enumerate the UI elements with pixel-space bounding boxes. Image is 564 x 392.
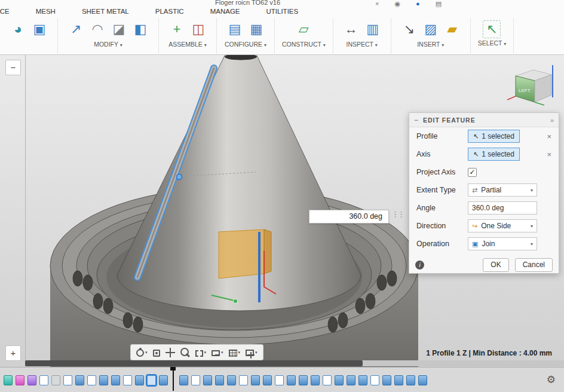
timeline-feature-feature[interactable]: [394, 375, 403, 385]
timeline-feature-feature[interactable]: [159, 375, 168, 385]
toolbar-group-label[interactable]: CONSTRUCT ▾: [282, 41, 326, 48]
revolve-profile[interactable]: [219, 229, 271, 278]
timeline-feature-feature[interactable]: [406, 375, 415, 385]
lookat-button[interactable]: [153, 348, 160, 357]
timeline-feature-feature[interactable]: [179, 375, 188, 385]
timeline-feature-sketch[interactable]: [370, 375, 379, 385]
toolbar-group-label[interactable]: MODIFY ▾: [94, 41, 122, 48]
floating-input-grip-icon[interactable]: ⋮⋮: [391, 210, 403, 219]
timeline-feature-feature[interactable]: [358, 375, 367, 385]
window-button[interactable]: ▾: [195, 348, 207, 357]
profile-selection-button[interactable]: ↖ 1 selected: [468, 130, 520, 143]
menu-tab-utilities[interactable]: UTILITIES: [266, 8, 299, 15]
timeline-feature-feature[interactable]: [135, 375, 144, 385]
new-component-icon[interactable]: +: [168, 19, 186, 39]
toolbar-group-label[interactable]: INSPECT ▾: [347, 41, 378, 48]
operation-dropdown[interactable]: ▣ Join ▾: [468, 237, 537, 250]
view-cube[interactable]: LEFT: [504, 62, 563, 109]
timeline-feature-feature[interactable]: [287, 375, 296, 385]
timeline-feature-feature[interactable]: [299, 375, 308, 385]
timeline-feature-sketch[interactable]: [123, 375, 132, 385]
dialog-more-icon[interactable]: »: [550, 117, 554, 124]
timeline-playhead[interactable]: [173, 369, 174, 391]
gear-icon[interactable]: ⚙: [547, 373, 556, 386]
menu-tab-manage[interactable]: MANAGE: [210, 8, 240, 15]
toolbar-group-label[interactable]: INSERT ▾: [417, 41, 444, 48]
angle-floating-input[interactable]: 360.0 deg: [309, 210, 389, 223]
pan-button[interactable]: [165, 348, 175, 357]
toolbar-group-label[interactable]: CONFIGURE ▾: [225, 41, 266, 48]
timeline-feature-mesh[interactable]: [4, 375, 13, 385]
timeline-feature-sketch[interactable]: [147, 375, 156, 385]
select-icon[interactable]: ↖: [483, 20, 501, 38]
timeline-feature-plane[interactable]: [51, 375, 60, 385]
timeline-scroll-track[interactable]: [25, 360, 564, 366]
joint-icon[interactable]: ◫: [189, 19, 207, 39]
dialog-collapse-icon[interactable]: −: [414, 116, 418, 124]
timeline-feature-sketch[interactable]: [39, 375, 48, 385]
sync-status-icon[interactable]: ●: [416, 0, 420, 8]
timeline-feature-feature[interactable]: [311, 375, 320, 385]
insert-part-icon[interactable]: ▰: [443, 19, 461, 39]
profile-clear-button[interactable]: ×: [547, 132, 551, 141]
section-analysis-icon[interactable]: ▥: [364, 19, 382, 39]
ok-button[interactable]: OK: [483, 258, 508, 272]
orbit-button[interactable]: ▾: [136, 348, 148, 357]
timeline-feature-sketch[interactable]: [239, 375, 248, 385]
direction-dropdown[interactable]: ↪ One Side ▾: [468, 219, 537, 232]
boundary-fill-icon[interactable]: ▣: [30, 19, 48, 39]
timeline-feature-sketch[interactable]: [63, 375, 72, 385]
timeline-feature-feature[interactable]: [382, 375, 391, 385]
combine-icon[interactable]: ◧: [131, 19, 149, 39]
timeline-feature-feature[interactable]: [215, 375, 224, 385]
dialog-header[interactable]: − EDIT FEATURE »: [409, 113, 559, 127]
views-button[interactable]: ▾: [246, 348, 258, 356]
patch-icon[interactable]: ◕: [9, 19, 27, 39]
menu-tab-sheet-metal[interactable]: SHEET METAL: [82, 8, 129, 15]
axis-clear-button[interactable]: ×: [547, 150, 551, 159]
press-pull-icon[interactable]: ↗: [67, 19, 85, 39]
timeline-feature-feature[interactable]: [263, 375, 272, 385]
configure-icon[interactable]: ▤: [226, 19, 244, 39]
timeline-feature-feature[interactable]: [347, 375, 355, 385]
timeline-feature-feature[interactable]: [335, 375, 344, 385]
grid-button[interactable]: ▾: [229, 348, 241, 357]
axis-selection-button[interactable]: ↖ 1 selected: [468, 148, 520, 161]
measure-icon[interactable]: ↔: [342, 19, 360, 39]
zoom-button[interactable]: [180, 348, 190, 357]
browser-collapse-button[interactable]: −: [5, 60, 21, 75]
timeline-feature-sketch[interactable]: [87, 375, 96, 385]
project-axis-checkbox[interactable]: ✓: [468, 168, 477, 177]
timeline-feature-sketch[interactable]: [323, 375, 332, 385]
extent-type-dropdown[interactable]: ⇄ Partial ▾: [468, 183, 537, 197]
chamfer-icon[interactable]: ◪: [110, 19, 128, 39]
timeline-feature-feature[interactable]: [203, 375, 212, 385]
timeline-feature-feature[interactable]: [418, 375, 427, 385]
menu-tab-mesh[interactable]: MESH: [36, 8, 56, 15]
timeline-feature-feature[interactable]: [251, 375, 260, 385]
toolbar-group-label[interactable]: ASSEMBLE ▾: [168, 41, 207, 48]
info-icon[interactable]: i: [415, 261, 424, 270]
timeline-feature-feature[interactable]: [75, 375, 84, 385]
timeline-feature-move[interactable]: [27, 375, 36, 385]
timeline-feature-sketch[interactable]: [191, 375, 200, 385]
timeline-feature-feature[interactable]: [227, 375, 236, 385]
menu-tab-ace[interactable]: ACE: [0, 8, 10, 15]
fillet-icon[interactable]: ◠: [88, 19, 106, 39]
timeline-feature-feature[interactable]: [111, 375, 120, 385]
apps-icon[interactable]: ▤: [436, 0, 442, 8]
timeline-scroll-thumb[interactable]: [25, 360, 363, 366]
browser-expand-button[interactable]: +: [5, 345, 21, 361]
canvas-icon[interactable]: ▨: [422, 19, 440, 39]
cancel-button[interactable]: Cancel: [515, 258, 553, 272]
construct-plane-icon[interactable]: ▱: [295, 19, 312, 39]
timeline-feature-form[interactable]: [16, 375, 24, 385]
timeline-feature-feature[interactable]: [99, 375, 108, 385]
insert-derive-icon[interactable]: ↘: [400, 19, 418, 39]
display-button[interactable]: ▾: [212, 349, 223, 356]
angle-input[interactable]: 360.0 deg: [468, 201, 537, 215]
close-icon[interactable]: ×: [375, 0, 379, 8]
timeline-feature-sketch[interactable]: [275, 375, 284, 385]
menu-tab-plastic[interactable]: PLASTIC: [155, 8, 184, 15]
configuration-table-icon[interactable]: ▦: [247, 19, 265, 39]
